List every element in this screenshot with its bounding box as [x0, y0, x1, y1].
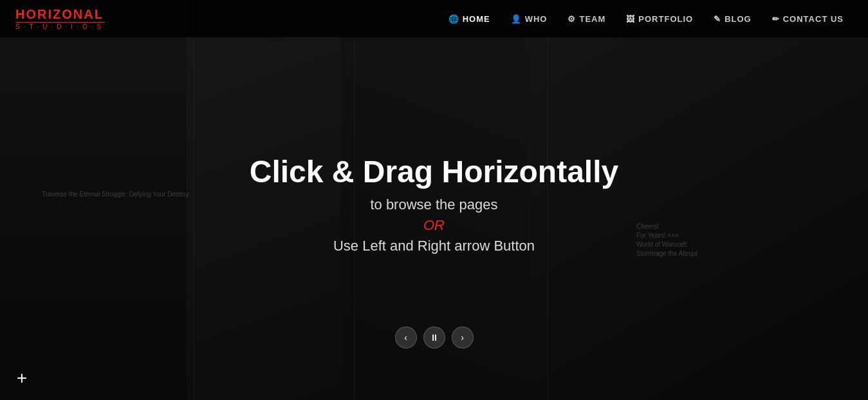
pause-button[interactable]: ⏸ — [423, 327, 445, 348]
hero-section: Traverse the Eternal Struggle: Defying Y… — [0, 0, 868, 400]
logo[interactable]: HORIZONAL S·T·U·D·I·O·S — [15, 8, 105, 30]
nav-item-portfolio[interactable]: 🖼 PORTFOLIO — [617, 9, 702, 29]
prev-button[interactable]: ‹ — [395, 327, 417, 348]
who-icon: 👤 — [511, 14, 522, 24]
nav-item-home[interactable]: 🌐 HOME — [439, 9, 499, 29]
hero-subtitle: to browse the pages — [209, 197, 660, 214]
nav-item-contact[interactable]: ✏ CONTACT US — [763, 9, 853, 29]
nav-item-blog[interactable]: ✎ BLOG — [705, 9, 761, 29]
nav-item-who[interactable]: 👤 WHO — [502, 9, 557, 29]
hero-arrow-text: Use Left and Right arrow Button — [209, 238, 660, 255]
home-icon: 🌐 — [448, 14, 459, 24]
nav-links: 🌐 HOME 👤 WHO ⚙ TEAM 🖼 PORTFOLIO ✎ BLOG ✏ — [439, 9, 853, 29]
contact-icon: ✏ — [772, 14, 780, 24]
next-button[interactable]: › — [452, 327, 474, 348]
nav-item-team[interactable]: ⚙ TEAM — [559, 9, 614, 29]
hero-title: Click & Drag Horizontally — [209, 155, 660, 189]
navigation: HORIZONAL S·T·U·D·I·O·S 🌐 HOME 👤 WHO ⚙ T… — [0, 0, 868, 37]
team-icon: ⚙ — [568, 14, 576, 24]
hero-content: Click & Drag Horizontally to browse the … — [209, 155, 660, 255]
logo-tagline: S·T·U·D·I·O·S — [15, 22, 105, 30]
blog-icon: ✎ — [714, 14, 721, 24]
hero-or: OR — [209, 218, 660, 234]
logo-name: HORIZONAL — [15, 8, 105, 21]
slider-controls: ‹ ⏸ › — [395, 327, 474, 348]
portfolio-icon: 🖼 — [626, 14, 635, 24]
add-button[interactable]: + — [10, 367, 33, 390]
